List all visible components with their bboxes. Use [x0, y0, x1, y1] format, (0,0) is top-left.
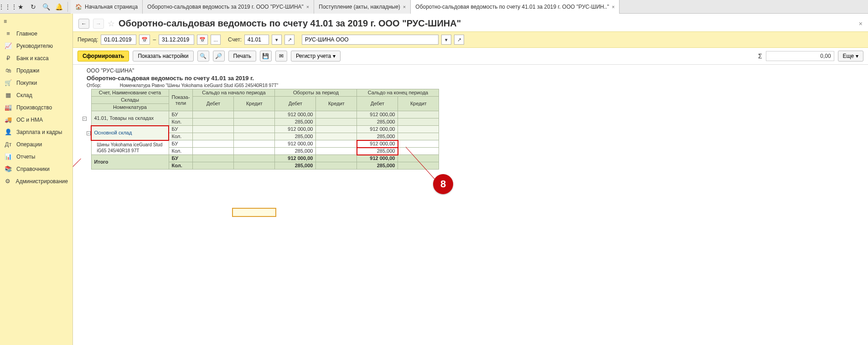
- cell-qty: Кол.: [169, 118, 193, 126]
- show-settings-button[interactable]: Показать настройки: [133, 51, 193, 62]
- cell-val: 285,000: [275, 118, 316, 126]
- find-next-button[interactable]: 🔎: [213, 51, 225, 62]
- calendar-to-icon[interactable]: 📅: [197, 35, 208, 45]
- find-button[interactable]: 🔍: [197, 51, 209, 62]
- cell-val: 912 000,00: [275, 140, 316, 148]
- more-label: Еще: [843, 53, 854, 59]
- cell-val: 912 000,00: [357, 126, 398, 133]
- register-button[interactable]: Регистр учета ▾: [291, 51, 341, 62]
- grid-icon: ▦: [5, 92, 12, 98]
- th-debit3: Дебет: [357, 97, 398, 111]
- search-icon[interactable]: 🔍: [40, 1, 52, 13]
- collapse-icon[interactable]: −: [87, 131, 91, 135]
- close-icon[interactable]: ×: [403, 4, 406, 10]
- forward-button[interactable]: →: [93, 19, 104, 29]
- sidebar-item-manager[interactable]: 📈Руководителю: [0, 40, 72, 52]
- date-from-input[interactable]: [101, 35, 136, 45]
- tab-receipt[interactable]: Поступление (акты, накладные) ×: [314, 0, 411, 14]
- star-icon[interactable]: ★: [15, 1, 26, 13]
- org-input[interactable]: [302, 35, 439, 45]
- row-total-bu: Итого БУ 912 000,00 912 000,00: [82, 155, 439, 162]
- favorite-icon[interactable]: ☆: [108, 19, 115, 29]
- user-icon: 👤: [5, 129, 12, 135]
- row-4101-bu[interactable]: − 41.01, Товары на складах БУ 912 000,00…: [82, 111, 439, 118]
- sidebar-item-label: Склад: [16, 92, 32, 98]
- factory-icon: 🏭: [5, 104, 12, 111]
- th-begin: Сальдо на начало периода: [193, 89, 275, 97]
- close-page-icon[interactable]: ×: [859, 20, 863, 27]
- action-bar: Сформировать Показать настройки 🔍 🔎 Печа…: [73, 48, 868, 65]
- bell-icon[interactable]: 🔔: [53, 1, 65, 13]
- sidebar-item-label: Главное: [16, 31, 37, 37]
- divider: [67, 2, 68, 12]
- sidebar: ≡ ≡Главное 📈Руководителю ₽Банк и касса 🛍…: [0, 14, 73, 345]
- tab-osv-4101[interactable]: Оборотно-сальдовая ведомость по счету 41…: [411, 0, 620, 14]
- cart-icon: 🛒: [5, 79, 12, 86]
- row-item-bu[interactable]: Шины Yokohama iceGuard Stud iG65 245/40R…: [82, 140, 439, 148]
- sum-value: 0,00: [766, 51, 834, 61]
- save-button[interactable]: 💾: [260, 51, 272, 62]
- back-button[interactable]: ←: [78, 19, 89, 29]
- sidebar-item-label: Операции: [16, 141, 42, 148]
- tab-osv-2019[interactable]: Оборотно-сальдовая ведомость за 2019 г. …: [143, 0, 314, 14]
- period-picker-button[interactable]: ...: [211, 35, 221, 45]
- org-open-icon[interactable]: ↗: [454, 35, 464, 45]
- sidebar-item-label: ОС и НМА: [16, 117, 43, 123]
- sidebar-item-purchases[interactable]: 🛒Покупки: [0, 77, 72, 89]
- form-button[interactable]: Сформировать: [78, 51, 129, 62]
- calendar-from-icon[interactable]: 📅: [139, 35, 150, 45]
- tab-strip: 🏠 Начальная страница Оборотно-сальдовая …: [71, 0, 866, 14]
- more-button[interactable]: Еще ▾: [838, 51, 863, 62]
- sidebar-item-reports[interactable]: 📊Отчеты: [0, 150, 72, 163]
- sidebar-item-assets[interactable]: 🚚ОС и НМА: [0, 113, 72, 126]
- orange-highlight: [232, 208, 276, 216]
- th-debit1: Дебет: [193, 97, 234, 111]
- cell-val-hl: 285,000: [357, 148, 398, 155]
- chevron-down-icon: ▾: [856, 53, 858, 59]
- sidebar-item-main[interactable]: ≡Главное: [0, 27, 72, 40]
- th-acct: Счет, Наименование счета: [91, 89, 169, 97]
- row-main-wh-bu[interactable]: − Основной склад БУ 912 000,00 912 000,0…: [82, 126, 439, 133]
- account-label: Счет:: [228, 36, 242, 43]
- cell-qty: Кол.: [169, 148, 193, 155]
- home-icon: 🏠: [75, 4, 82, 10]
- sidebar-item-warehouse[interactable]: ▦Склад: [0, 89, 72, 101]
- account-input[interactable]: [244, 35, 269, 45]
- tab-label: Оборотно-сальдовая ведомость за 2019 г. …: [147, 4, 304, 10]
- sidebar-item-label: Продажи: [16, 67, 39, 74]
- cell-val: 285,000: [275, 162, 316, 170]
- main-wh-label: Основной склад: [94, 130, 132, 135]
- report-title: Оборотно-сальдовая ведомость по счету 41…: [87, 75, 868, 82]
- close-icon[interactable]: ×: [306, 4, 309, 10]
- menu-button[interactable]: ≡: [0, 15, 72, 27]
- org-dropdown-icon[interactable]: ▾: [441, 35, 451, 45]
- tab-home[interactable]: 🏠 Начальная страница: [71, 0, 143, 14]
- sidebar-item-label: Зарплата и кадры: [16, 129, 62, 135]
- sidebar-item-operations[interactable]: ДтОперации: [0, 138, 72, 150]
- sidebar-item-production[interactable]: 🏭Производство: [0, 101, 72, 113]
- sidebar-item-admin[interactable]: ⚙Администрирование: [0, 175, 72, 187]
- mail-button[interactable]: ✉: [275, 51, 287, 62]
- sidebar-item-sales[interactable]: 🛍Продажи: [0, 64, 72, 77]
- history-icon[interactable]: ↻: [27, 1, 39, 13]
- cell-val: 912 000,00: [275, 155, 316, 162]
- account-open-icon[interactable]: ↗: [284, 35, 294, 45]
- register-label: Регистр учета: [296, 53, 331, 59]
- th-nomen: Номенклатура: [91, 104, 169, 111]
- sidebar-item-references[interactable]: 📚Справочники: [0, 163, 72, 175]
- ruble-icon: ₽: [5, 55, 12, 62]
- sidebar-item-salary[interactable]: 👤Зарплата и кадры: [0, 126, 72, 138]
- account-dropdown-icon[interactable]: ▾: [272, 35, 282, 45]
- truck-icon: 🚚: [5, 116, 12, 123]
- report-filter-line: Отбор: Номенклатура Равно "Шины Yokohama…: [87, 83, 868, 88]
- date-to-input[interactable]: [159, 35, 194, 45]
- th-turnover: Обороты за период: [275, 89, 357, 97]
- collapse-icon[interactable]: −: [83, 117, 87, 121]
- report-area: ООО "РУС-ШИНА" Оборотно-сальдовая ведомо…: [73, 65, 868, 345]
- print-button[interactable]: Печать: [228, 51, 256, 62]
- apps-icon[interactable]: ⋮⋮⋮: [2, 1, 14, 13]
- sidebar-item-bank[interactable]: ₽Банк и касса: [0, 52, 72, 64]
- cell-val: 912 000,00: [357, 155, 398, 162]
- cell-bu: БУ: [169, 111, 193, 118]
- close-icon[interactable]: ×: [612, 4, 615, 10]
